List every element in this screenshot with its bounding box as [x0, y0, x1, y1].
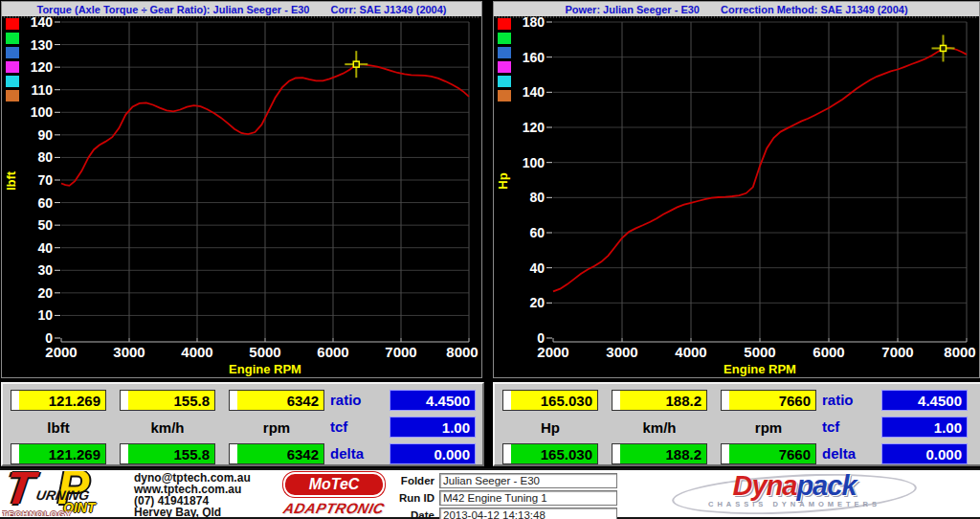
legend-swatch[interactable] — [498, 18, 511, 30]
rpm-cursor-value-box: 6342 — [229, 390, 324, 411]
svg-text:2000: 2000 — [45, 344, 77, 360]
motec-logo: MoTeC — [283, 472, 385, 497]
legend-swatch[interactable] — [6, 47, 19, 58]
power-chart-body: 0204060801001201401601802000300040005000… — [494, 16, 979, 377]
legend-swatch[interactable] — [498, 33, 511, 44]
svg-text:120: 120 — [31, 59, 54, 75]
footer-bar: P T URNING OINT TECHNOLOGY dyno@tptech.c… — [0, 468, 980, 519]
dynapack-tagline: CHASSIS DYNAMOMETERS — [666, 500, 923, 508]
torque-chart-title: Torque (Axle Torque ÷ Gear Ratio): Julia… — [36, 4, 309, 15]
ratio-label: ratio — [330, 392, 362, 408]
tcf-label: tcf — [822, 418, 839, 435]
run-id-label: Run ID — [390, 492, 434, 504]
svg-text:20: 20 — [37, 285, 53, 301]
ratio-label: ratio — [822, 392, 854, 408]
rpm-unit-label: rpm — [721, 419, 816, 436]
torque-chart-panel: Torque (Axle Torque ÷ Gear Ratio): Julia… — [1, 1, 482, 378]
cursor-marker-square[interactable] — [353, 61, 359, 67]
svg-text:180: 180 — [523, 16, 546, 30]
run-id-field-row: Run ID — [390, 490, 617, 506]
tcf-value-box: 1.00 — [881, 417, 968, 438]
cursor-marker-square[interactable] — [941, 45, 947, 51]
svg-text:120: 120 — [523, 120, 546, 135]
rpm-unit-label: rpm — [229, 419, 324, 436]
legend-swatch[interactable] — [6, 18, 19, 30]
svg-text:80: 80 — [529, 190, 545, 205]
torque-correction-label: Corr: SAE J1349 (2004) — [330, 4, 446, 15]
svg-text:7000: 7000 — [385, 344, 416, 360]
folder-input[interactable] — [439, 473, 617, 488]
svg-text:70: 70 — [37, 172, 53, 188]
svg-text:50: 50 — [37, 217, 53, 233]
legend-swatch[interactable] — [498, 61, 511, 73]
svg-text:7000: 7000 — [881, 344, 913, 360]
svg-text:3000: 3000 — [606, 344, 637, 360]
x-axis-title: Engine RPM — [229, 362, 301, 376]
rpm-peak-value-box: 7660 — [721, 443, 816, 464]
y-axis-title: lbft — [4, 170, 18, 191]
svg-text:10: 10 — [37, 307, 53, 323]
svg-text:160: 160 — [523, 50, 546, 65]
run-id-input[interactable] — [439, 490, 617, 506]
legend-swatch[interactable] — [498, 90, 511, 102]
svg-text:30: 30 — [37, 262, 53, 278]
power-chart-panel: Power: Julian Seeger - E30 Correction Me… — [493, 1, 980, 378]
legend-swatch[interactable] — [6, 76, 19, 87]
y-axis-title: Hp — [496, 172, 510, 189]
legend-swatch[interactable] — [498, 76, 511, 87]
svg-text:8000: 8000 — [446, 344, 478, 360]
speed-peak-value-box: 155.8 — [120, 443, 215, 464]
svg-text:5000: 5000 — [744, 344, 775, 360]
tp-logo-technology: TECHNOLOGY — [2, 509, 73, 516]
speed-cursor-value-box: 155.8 — [120, 390, 215, 411]
date-input[interactable] — [439, 508, 617, 519]
speed-cursor-value-box: 188.2 — [612, 390, 707, 411]
torque-cursor-value-box: 121.269 — [11, 390, 106, 411]
svg-text:4000: 4000 — [181, 344, 212, 360]
svg-text:80: 80 — [37, 149, 53, 165]
contact-block: dyno@tptech.com.au www.tptech.com.au (07… — [134, 472, 251, 518]
tcf-value-box: 1.00 — [390, 417, 476, 438]
ratio-value-box: 4.4500 — [881, 390, 968, 411]
legend-swatch[interactable] — [498, 47, 511, 58]
power-peak-value-box: 165.030 — [502, 443, 598, 464]
power-readout-panel: 165.030 188.2 7660 Hp km/h rpm 165.030 1… — [493, 382, 980, 466]
power-chart-header: Power: Julian Seeger - E30 Correction Me… — [494, 2, 979, 16]
svg-text:40: 40 — [37, 240, 53, 256]
motec-adaptronic-logos: MoTeC ADAPTRONIC — [283, 472, 385, 516]
legend-swatch[interactable] — [6, 33, 19, 44]
svg-text:6000: 6000 — [317, 344, 348, 360]
svg-text:20: 20 — [529, 295, 545, 310]
torque-chart-svg[interactable]: 0102030405060708090100110120130140200030… — [2, 16, 481, 377]
power-correction-label: Correction Method: SAE J1349 (2004) — [721, 4, 908, 15]
svg-text:110: 110 — [31, 82, 53, 98]
run-info-fields: Folder Run ID Date — [390, 473, 617, 519]
power-cursor-value-box: 165.030 — [502, 390, 598, 411]
svg-text:4000: 4000 — [675, 344, 706, 360]
power-chart-svg[interactable]: 0204060801001201401601802000300040005000… — [494, 16, 979, 377]
speed-unit-label: km/h — [120, 419, 215, 436]
svg-text:5000: 5000 — [249, 344, 280, 360]
svg-text:3000: 3000 — [113, 344, 145, 360]
adaptronic-logo: ADAPTRONIC — [281, 500, 387, 516]
ratio-value-box: 4.4500 — [390, 390, 476, 411]
date-label: Date — [390, 509, 434, 519]
delta-value-box: 0.000 — [390, 443, 476, 464]
svg-text:40: 40 — [529, 260, 545, 276]
dynapack-logo-dyna: Dyna — [732, 470, 796, 501]
torque-unit-label: lbft — [11, 419, 106, 436]
speed-peak-value-box: 188.2 — [612, 443, 707, 464]
rpm-peak-value-box: 6342 — [229, 443, 324, 464]
svg-text:60: 60 — [529, 225, 545, 240]
svg-text:6000: 6000 — [813, 344, 844, 360]
delta-value-box: 0.000 — [881, 443, 968, 464]
svg-text:130: 130 — [31, 37, 54, 53]
delta-label: delta — [822, 445, 856, 462]
date-field-row: Date — [390, 508, 617, 519]
rpm-cursor-value-box: 7660 — [721, 390, 816, 411]
speed-unit-label: km/h — [612, 419, 707, 436]
delta-label: delta — [330, 445, 364, 462]
legend-swatch[interactable] — [6, 90, 19, 102]
svg-text:2000: 2000 — [537, 344, 568, 360]
legend-swatch[interactable] — [6, 61, 19, 73]
